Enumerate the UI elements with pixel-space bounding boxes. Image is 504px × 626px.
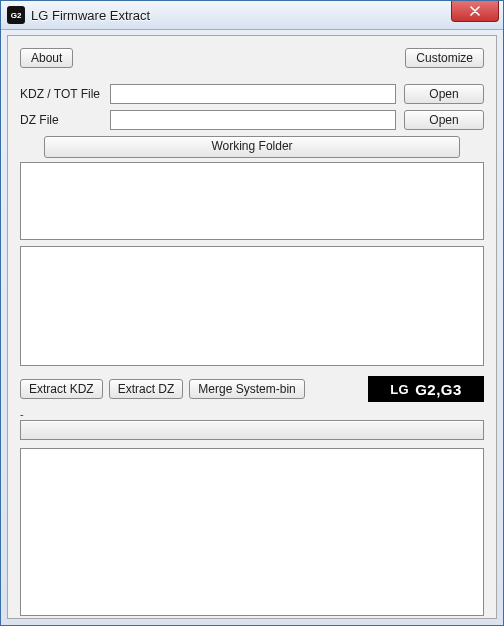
title-bar: G2 LG Firmware Extract: [1, 1, 503, 30]
kdz-row: KDZ / TOT File Open: [20, 84, 484, 104]
working-folder-button[interactable]: Working Folder: [44, 136, 460, 158]
kdz-label: KDZ / TOT File: [20, 87, 110, 101]
logo-brand: LG: [390, 382, 409, 397]
upper-list-panel: [20, 162, 484, 240]
window-title: LG Firmware Extract: [31, 8, 150, 23]
app-icon: G2: [7, 6, 25, 24]
extract-dz-button[interactable]: Extract DZ: [109, 379, 184, 399]
progress-bar: [20, 420, 484, 440]
dz-open-button[interactable]: Open: [404, 110, 484, 130]
dz-file-input[interactable]: [110, 110, 396, 130]
logo-models: G2,G3: [415, 381, 462, 398]
dz-row: DZ File Open: [20, 110, 484, 130]
kdz-open-button[interactable]: Open: [404, 84, 484, 104]
action-row: Extract KDZ Extract DZ Merge System-bin …: [20, 376, 484, 402]
customize-button[interactable]: Customize: [405, 48, 484, 68]
status-tick: -: [20, 408, 484, 420]
extract-kdz-button[interactable]: Extract KDZ: [20, 379, 103, 399]
about-button[interactable]: About: [20, 48, 73, 68]
close-icon: [470, 6, 480, 16]
dz-label: DZ File: [20, 113, 110, 127]
lg-logo: LG G2,G3: [368, 376, 484, 402]
app-icon-text: G2: [11, 11, 22, 20]
merge-system-bin-button[interactable]: Merge System-bin: [189, 379, 304, 399]
middle-list-panel: [20, 246, 484, 366]
top-toolbar-row: About Customize: [20, 48, 484, 68]
log-panel: [20, 448, 484, 616]
close-button[interactable]: [451, 1, 499, 22]
client-area: About Customize KDZ / TOT File Open DZ F…: [7, 35, 497, 619]
kdz-file-input[interactable]: [110, 84, 396, 104]
main-window: G2 LG Firmware Extract About Customize K…: [0, 0, 504, 626]
